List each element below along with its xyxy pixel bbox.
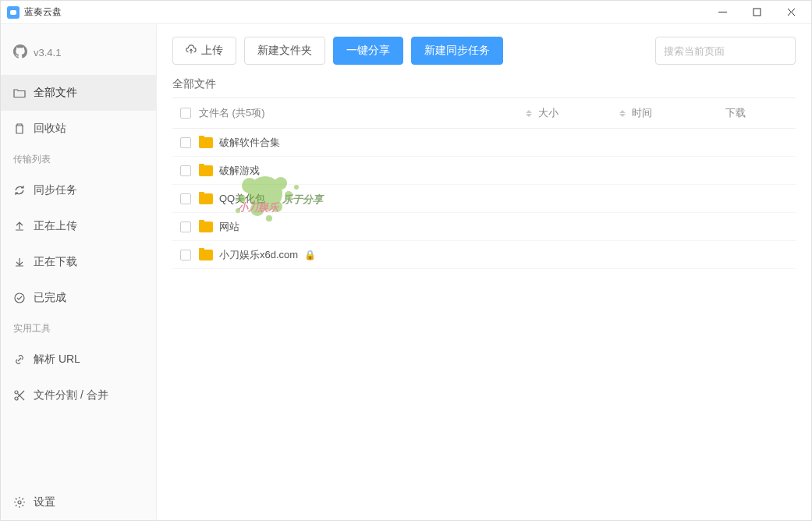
upload-icon [13,220,26,232]
search-input[interactable] [655,37,796,65]
breadcrumb[interactable]: 全部文件 [157,77,811,97]
sidebar-item-trash[interactable]: 回收站 [1,111,156,147]
select-all-checkbox[interactable] [180,108,191,119]
sidebar-item-label: 正在下载 [34,255,77,269]
sidebar-item-split-merge[interactable]: 文件分割 / 合并 [1,377,156,413]
file-table: 文件名 (共5项) 大小 时间 下载 破解软件合集 破解游戏 QQ美化包 网站 … [157,97,811,520]
check-circle-icon [13,292,26,304]
cloud-upload-icon [186,44,197,58]
sidebar-version: v3.4.1 [1,37,156,75]
row-name-cell[interactable]: QQ美化包 [199,192,538,206]
row-name-cell[interactable]: 小刀娱乐x6d.com 🔒 [199,248,538,262]
column-label: 大小 [538,106,558,120]
sidebar-item-uploading[interactable]: 正在上传 [1,208,156,244]
scissors-icon [13,389,26,402]
sync-icon [13,184,26,197]
file-name: QQ美化包 [219,192,265,206]
sidebar-item-parse-url[interactable]: 解析 URL [1,342,156,377]
select-all-cell[interactable] [172,108,199,119]
sidebar-item-completed[interactable]: 已完成 [1,280,156,316]
table-row[interactable]: 破解软件合集 [172,129,796,157]
sidebar-item-label: 已完成 [34,291,66,305]
version-label: v3.4.1 [34,47,61,58]
minimize-button[interactable] [705,2,739,23]
sidebar-section-tools: 实用工具 [1,316,156,342]
column-time[interactable]: 时间 [632,106,725,120]
sidebar-item-label: 回收站 [34,122,66,136]
table-row[interactable]: QQ美化包 [172,185,796,213]
sidebar-item-downloading[interactable]: 正在下载 [1,244,156,280]
sort-icon [526,110,532,117]
trash-icon [13,122,26,135]
svg-rect-1 [753,9,761,16]
row-check-cell[interactable] [172,193,199,204]
sidebar-item-settings[interactable]: 设置 [1,484,156,520]
gear-icon [13,496,26,509]
row-name-cell[interactable]: 破解软件合集 [199,136,538,150]
folder-icon [199,222,213,232]
titlebar: 蓝奏云盘 [1,1,811,24]
button-label: 上传 [201,44,223,58]
table-header: 文件名 (共5项) 大小 时间 下载 [172,97,796,129]
row-check-cell[interactable] [172,250,199,260]
sidebar-item-all-files[interactable]: 全部文件 [1,75,156,111]
column-download[interactable]: 下载 [725,106,796,120]
sidebar: v3.4.1 全部文件 回收站 传输列表 同步任务 正在上传 正在下载 已完成 [1,24,157,520]
toolbar: 上传 新建文件夹 一键分享 新建同步任务 [157,24,811,77]
maximize-button[interactable] [739,2,774,23]
row-checkbox[interactable] [180,250,191,260]
app-title: 蓝奏云盘 [24,5,62,19]
share-button[interactable]: 一键分享 [333,37,403,65]
table-row[interactable]: 破解游戏 [172,157,796,185]
sidebar-item-label: 全部文件 [34,86,77,100]
folder-icon [199,250,213,260]
sidebar-item-label: 文件分割 / 合并 [34,388,108,402]
column-label: 文件名 (共5项) [199,106,265,120]
table-row[interactable]: 小刀娱乐x6d.com 🔒 [172,241,796,269]
svg-point-4 [15,293,24,303]
folder-icon [199,193,213,204]
window-controls [705,2,808,23]
link-icon [13,353,26,366]
svg-point-7 [18,501,21,504]
table-row[interactable]: 网站 [172,213,796,241]
new-folder-button[interactable]: 新建文件夹 [244,37,325,65]
file-name: 网站 [219,220,239,234]
folder-icon [199,137,213,148]
sidebar-section-transfer: 传输列表 [1,147,156,172]
new-sync-button[interactable]: 新建同步任务 [411,37,503,65]
main-content: 上传 新建文件夹 一键分享 新建同步任务 全部文件 文件名 (共5项) 大小 [157,24,811,520]
row-check-cell[interactable] [172,165,199,176]
app-icon [7,6,20,19]
row-check-cell[interactable] [172,222,199,232]
row-check-cell[interactable] [172,137,199,148]
sidebar-item-label: 正在上传 [34,219,77,233]
file-name: 破解软件合集 [219,136,280,150]
lock-icon: 🔒 [304,250,316,260]
row-checkbox[interactable] [180,193,191,204]
row-checkbox[interactable] [180,137,191,148]
sidebar-item-label: 解析 URL [34,353,80,367]
sidebar-item-label: 同步任务 [34,183,77,197]
download-icon [13,256,26,268]
sidebar-item-sync[interactable]: 同步任务 [1,172,156,208]
folder-icon [199,165,213,176]
svg-point-5 [15,391,18,394]
row-checkbox[interactable] [180,222,191,232]
file-name: 小刀娱乐x6d.com [219,248,298,262]
row-name-cell[interactable]: 网站 [199,220,538,234]
svg-point-6 [15,397,18,400]
column-size[interactable]: 大小 [538,106,632,120]
upload-button[interactable]: 上传 [172,37,236,65]
column-name[interactable]: 文件名 (共5项) [199,106,538,120]
sort-icon [619,110,626,117]
sidebar-item-label: 设置 [34,495,55,509]
github-icon [13,44,27,61]
folder-open-icon [13,87,26,99]
close-button[interactable] [774,2,808,23]
row-name-cell[interactable]: 破解游戏 [199,164,538,178]
file-name: 破解游戏 [219,164,260,178]
titlebar-left: 蓝奏云盘 [7,5,62,19]
row-checkbox[interactable] [180,165,191,176]
